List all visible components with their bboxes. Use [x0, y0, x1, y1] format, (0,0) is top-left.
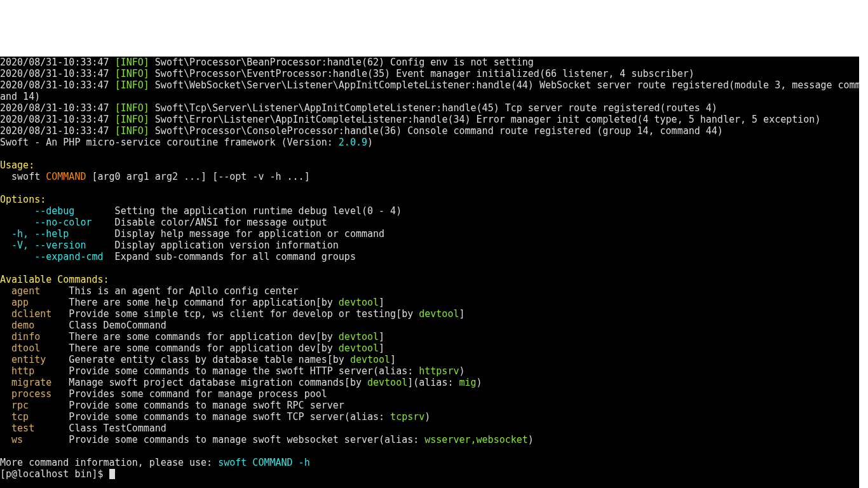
log-line: 2020/08/31-10:33:47 [INFO] Swoft\Process… [0, 57, 534, 68]
command-row: entity Generate entity class by database… [0, 354, 396, 365]
blank-line [0, 148, 6, 159]
command-row: process Provides some command for manage… [0, 388, 327, 400]
blank-line [0, 262, 6, 274]
blank-line [0, 445, 6, 457]
option-row: --debug Setting the application runtime … [0, 205, 402, 217]
command-row: demo Class DemoCommand [0, 320, 166, 331]
command-row: rpc Provide some commands to manage swof… [0, 400, 344, 411]
prompt-line[interactable]: [p@localhost bin]$ [0, 468, 115, 480]
command-row: dclient Provide some simple tcp, ws clie… [0, 308, 465, 320]
command-row: test Class TestCommand [0, 423, 166, 434]
log-line-wrap: and 14) [0, 91, 40, 102]
blank-line [0, 182, 6, 194]
command-row: http Provide some commands to manage the… [0, 365, 465, 377]
log-line: 2020/08/31-10:33:47 [INFO] Swoft\Process… [0, 68, 695, 79]
command-row: ws Provide some commands to manage swoft… [0, 434, 534, 445]
option-row: --no-color Disable color/ANSI for messag… [0, 217, 327, 228]
option-row: -h, --help Display help message for appl… [0, 228, 384, 240]
command-row: agent This is an agent for Apllo config … [0, 285, 299, 297]
log-line: 2020/08/31-10:33:47 [INFO] Swoft\Error\L… [0, 114, 820, 125]
browser-blank-area [0, 0, 868, 57]
usage-header: Usage: [0, 159, 34, 171]
command-row: migrate Manage swoft project database mi… [0, 377, 482, 388]
more-info-line: More command information, please use: sw… [0, 457, 310, 468]
commands-header: Available Commands: [0, 274, 109, 285]
app-title: Swoft - An PHP micro-service coroutine f… [0, 137, 373, 148]
command-row: app There are some help command for appl… [0, 297, 384, 308]
terminal-output[interactable]: 2020/08/31-10:33:47 [INFO] Swoft\Process… [0, 57, 868, 480]
command-row: tcp Provide some commands to manage swof… [0, 411, 430, 423]
log-line: 2020/08/31-10:33:47 [INFO] Swoft\WebSock… [0, 79, 861, 91]
log-line: 2020/08/31-10:33:47 [INFO] Swoft\Tcp\Ser… [0, 102, 717, 114]
cursor-icon [109, 469, 115, 479]
command-row: dinfo There are some commands for applic… [0, 331, 384, 342]
scrollbar-track[interactable] [859, 0, 868, 488]
usage-line: swoft COMMAND [arg0 arg1 arg2 ...] [--op… [0, 171, 310, 182]
options-header: Options: [0, 194, 46, 205]
option-row: -V, --version Display application versio… [0, 240, 339, 251]
log-line: 2020/08/31-10:33:47 [INFO] Swoft\Process… [0, 125, 723, 137]
command-row: dtool There are some commands for applic… [0, 342, 384, 354]
option-row: --expand-cmd Expand sub-commands for all… [0, 251, 356, 262]
